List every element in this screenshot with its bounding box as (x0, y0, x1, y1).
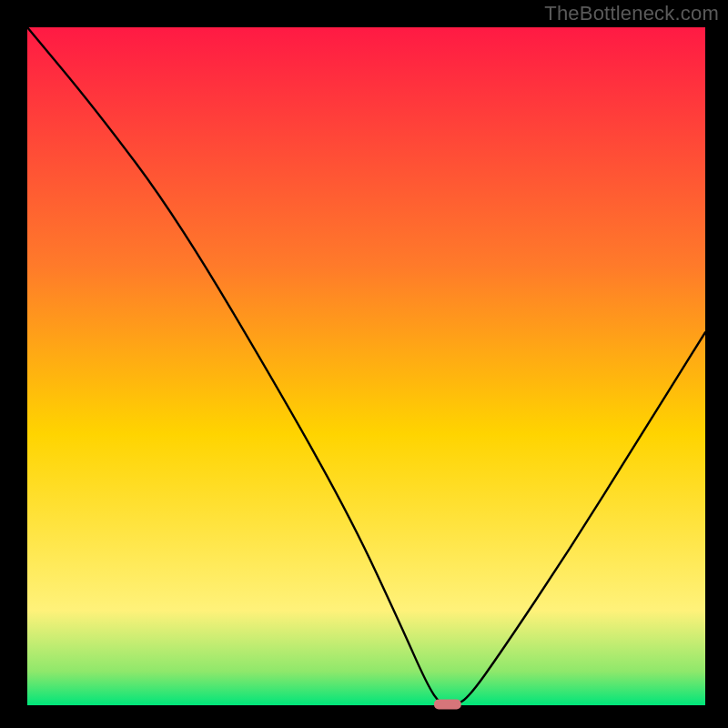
optimal-marker (434, 700, 461, 710)
app-frame: TheBottleneck.com (0, 0, 728, 728)
watermark-label: TheBottleneck.com (544, 2, 719, 25)
plot-background (27, 27, 705, 705)
bottleneck-chart (0, 0, 728, 728)
